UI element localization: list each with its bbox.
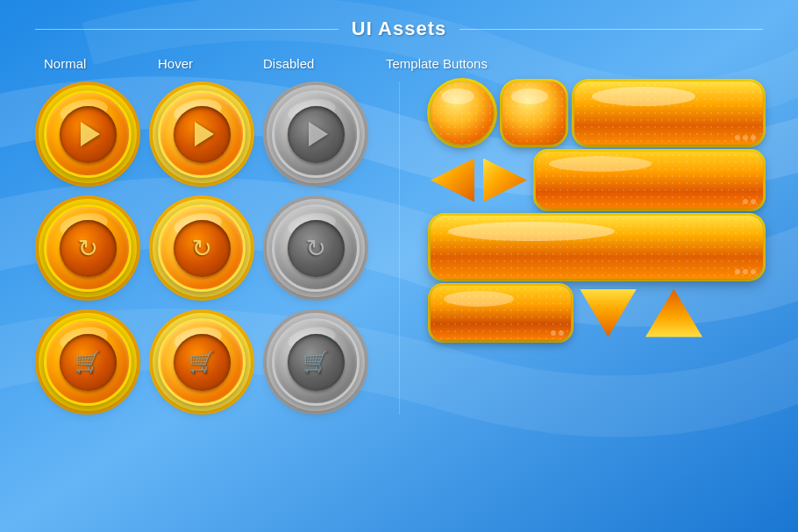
- roundrect-speckle: [502, 82, 566, 145]
- play-icon-hover: [195, 122, 214, 146]
- arrow-up-button[interactable]: [645, 289, 702, 337]
- main-layout: ↺ ↺ ↺: [35, 82, 763, 415]
- bubble-dot: [751, 199, 756, 204]
- bubble-dot: [559, 330, 564, 336]
- bubble-dot: [743, 269, 748, 274]
- play-button-disabled: [272, 90, 360, 178]
- refresh-inner-disabled: ↺: [288, 220, 345, 277]
- button-grid: ↺ ↺ ↺: [35, 82, 368, 415]
- short-speckle: [431, 286, 571, 340]
- cell-cart-disabled: 🛒: [263, 309, 368, 415]
- column-divider: [399, 82, 400, 415]
- play-inner-hover: [174, 106, 231, 163]
- bubble-dot: [735, 135, 740, 140]
- cart-button-normal[interactable]: 🛒: [44, 318, 132, 406]
- cell-refresh-normal: ↺: [35, 195, 140, 301]
- refresh-icon-normal: ↺: [78, 234, 98, 263]
- play-button-hover[interactable]: [158, 90, 246, 178]
- cart-icon-normal: 🛒: [75, 350, 101, 374]
- bubble-dot: [751, 135, 756, 140]
- refresh-button-hover[interactable]: ↺: [158, 204, 246, 292]
- cart-inner-hover: 🛒: [174, 334, 231, 391]
- cart-icon-disabled: 🛒: [303, 350, 329, 374]
- arrow-right-button[interactable]: [483, 159, 527, 202]
- play-icon-normal: [81, 122, 100, 146]
- cell-play-normal: [35, 82, 140, 187]
- play-inner-disabled: [288, 106, 345, 163]
- arrow-down-button[interactable]: [580, 289, 637, 337]
- arrow-up-wrapper: [645, 289, 702, 337]
- bubble-dot: [551, 330, 556, 336]
- template-short-button[interactable]: [431, 286, 571, 340]
- page-title: UI Assets: [352, 18, 446, 40]
- title-row: UI Assets: [35, 18, 763, 40]
- cart-button-hover[interactable]: 🛒: [158, 318, 246, 406]
- bubble-dot: [735, 269, 740, 274]
- bubble-dots-4: [551, 330, 564, 336]
- template-circle-button[interactable]: [431, 82, 494, 145]
- cell-refresh-disabled: ↺: [263, 195, 368, 301]
- refresh-button-normal[interactable]: ↺: [44, 204, 132, 292]
- cart-inner-normal: 🛒: [60, 334, 117, 391]
- big-speckle: [431, 216, 763, 279]
- title-line-right: [460, 29, 763, 30]
- arrow-right-wrapper: [483, 159, 527, 202]
- header-template: Template Buttons: [386, 56, 763, 71]
- medium-speckle: [536, 152, 763, 209]
- cell-cart-hover: 🛒: [149, 309, 254, 415]
- template-row-1: [431, 82, 763, 145]
- refresh-button-disabled: ↺: [272, 204, 360, 292]
- bubble-dot: [751, 269, 756, 274]
- header-hover: Hover: [158, 56, 263, 71]
- play-button-normal[interactable]: [44, 90, 132, 178]
- template-wide-button-small[interactable]: [574, 82, 763, 145]
- bubble-dot: [743, 199, 748, 204]
- bubble-dots-3: [735, 269, 756, 274]
- refresh-icon-disabled: ↺: [306, 234, 326, 263]
- template-medium-button[interactable]: [536, 152, 763, 209]
- cart-icon-hover: 🛒: [189, 350, 215, 374]
- cell-cart-normal: 🛒: [35, 309, 140, 415]
- template-buttons-area: [431, 82, 763, 340]
- cell-play-hover: [149, 82, 254, 187]
- refresh-icon-hover: ↺: [192, 234, 212, 263]
- play-icon-disabled: [309, 122, 328, 146]
- template-row-4: [431, 286, 763, 340]
- circle-speckle: [431, 82, 494, 145]
- arrow-down-wrapper: [580, 289, 637, 337]
- header-disabled: Disabled: [263, 56, 386, 71]
- play-inner-normal: [60, 106, 117, 163]
- arrow-left-button[interactable]: [431, 159, 474, 202]
- template-roundrect-button[interactable]: [502, 82, 566, 145]
- template-row-3: [431, 216, 763, 279]
- section-headers: Normal Hover Disabled Template Buttons: [35, 56, 763, 71]
- refresh-inner-normal: ↺: [60, 220, 117, 277]
- bubble-dots-2: [743, 199, 756, 204]
- arrow-left-wrapper: [431, 159, 474, 202]
- bubble-dot: [743, 135, 748, 140]
- template-row-2: [431, 152, 763, 209]
- title-line-left: [35, 29, 338, 30]
- cell-play-disabled: [263, 82, 368, 187]
- template-big-button[interactable]: [431, 216, 763, 279]
- bubble-dots-1: [735, 135, 756, 140]
- cell-refresh-hover: ↺: [149, 195, 254, 301]
- cart-button-disabled: 🛒: [272, 318, 360, 406]
- refresh-inner-hover: ↺: [174, 220, 231, 277]
- header-normal: Normal: [44, 56, 158, 71]
- cart-inner-disabled: 🛒: [288, 334, 345, 391]
